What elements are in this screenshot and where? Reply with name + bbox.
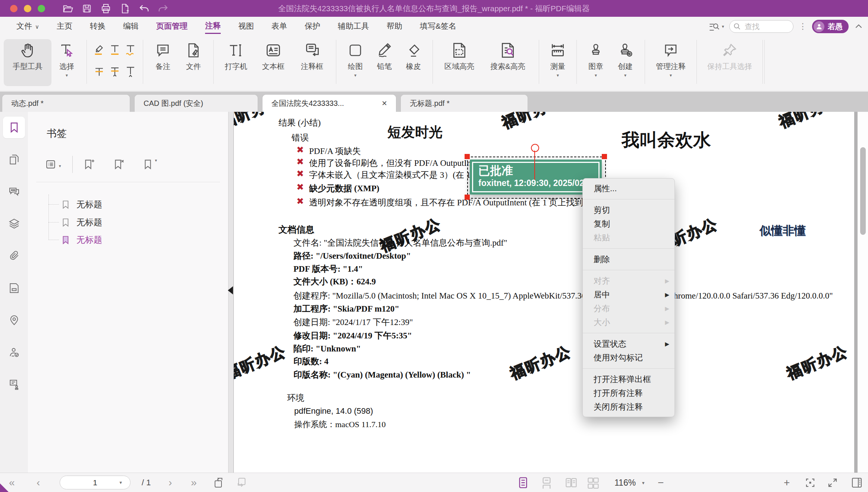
menu-fill-sign[interactable]: 填写&签名 [420, 20, 456, 33]
bookmark-item-1[interactable]: 无标题 [61, 199, 102, 210]
insert-text-icon[interactable] [124, 65, 137, 78]
bookmark-options-icon[interactable]: ▾ [142, 158, 157, 171]
search-box[interactable] [729, 20, 793, 33]
draw-tool-button[interactable]: 绘图 ▾ [341, 39, 370, 86]
resize-handle-bottom-left[interactable] [465, 195, 470, 200]
typewriter-tool-button[interactable]: 打字机 [218, 39, 254, 86]
menu-convert[interactable]: 转换 [90, 20, 106, 33]
menu-page-management[interactable]: 页面管理 [156, 20, 188, 33]
panel-resize-divider[interactable] [228, 112, 234, 473]
menu-help[interactable]: 帮助 [387, 20, 402, 33]
fullscreen-icon[interactable] [827, 477, 838, 488]
area-highlight-tool-button[interactable]: 区域高亮 [437, 39, 481, 86]
last-page-icon[interactable]: » [191, 477, 197, 489]
facing-continuous-view-icon[interactable] [587, 477, 599, 489]
context-menu-open-popup[interactable]: 打开注释弹出框 [583, 372, 674, 386]
search-highlight-tool-button[interactable]: 搜索&高亮 [481, 39, 534, 86]
underline-text-icon[interactable] [108, 44, 121, 56]
pencil-tool-button[interactable]: 铅笔 [370, 39, 399, 86]
save-icon[interactable] [82, 3, 92, 14]
vertical-scrollbar[interactable] [858, 112, 868, 473]
replace-text-icon[interactable] [108, 65, 121, 78]
zoom-in-icon[interactable]: + [784, 477, 790, 489]
tab-active-document[interactable]: 全国法院失4233333...× [262, 94, 396, 112]
fit-page-icon[interactable] [805, 477, 816, 488]
close-window-button[interactable] [10, 5, 18, 12]
context-menu-close-all[interactable]: 关闭所有注释 [583, 400, 674, 414]
highlight-text-icon[interactable] [93, 44, 106, 56]
tab-dongtai[interactable]: 动态.pdf * [2, 94, 130, 112]
textbox-tool-button[interactable]: 文本框 [254, 39, 293, 86]
zoom-window-button[interactable] [38, 5, 45, 12]
next-page-icon[interactable]: › [169, 477, 172, 489]
print-icon[interactable] [100, 3, 111, 14]
rotation-handle[interactable] [531, 144, 539, 152]
signatures-panel-icon[interactable] [8, 347, 20, 359]
vertical-scrollbar-thumb[interactable] [860, 147, 866, 235]
redo-icon[interactable] [158, 3, 169, 14]
add-bookmark-icon[interactable] [82, 158, 95, 171]
resize-handle-top-right[interactable] [602, 154, 607, 159]
advanced-search-icon[interactable]: ▾ [708, 21, 724, 32]
stamps-panel-icon[interactable] [8, 379, 20, 391]
delete-bookmark-icon[interactable] [112, 158, 125, 171]
file-attachment-tool-button[interactable]: 文件 [178, 39, 209, 86]
context-menu-properties[interactable]: 属性... [583, 182, 674, 195]
comments-panel-icon[interactable] [8, 186, 20, 198]
measure-tool-button[interactable]: 测量 ▾ [544, 39, 572, 86]
create-stamp-tool-button[interactable]: 创建 ▾ [610, 39, 640, 86]
page-number-input[interactable]: 1▾ [60, 476, 130, 489]
single-page-view-icon[interactable] [518, 477, 529, 489]
page-thumbnails-icon[interactable] [8, 154, 20, 165]
document-page[interactable]: 福昕办公 福昕办公 福昕办公 福昕办公 福昕办公 福昕办公 福昕办公 福昕办公 … [234, 112, 868, 473]
bookmarks-icon[interactable] [8, 122, 20, 133]
resize-handle-top-left[interactable] [465, 154, 470, 159]
next-view-icon[interactable] [236, 477, 248, 489]
context-menu-open-all[interactable]: 打开所有注释 [583, 386, 674, 400]
chevron-down-icon[interactable]: ▾ [642, 480, 645, 486]
note-tool-button[interactable]: 备注 [148, 39, 178, 86]
menu-file[interactable]: 文件∨ [16, 20, 39, 33]
menu-form[interactable]: 表单 [271, 20, 287, 33]
menu-protect[interactable]: 保护 [305, 20, 320, 33]
new-document-icon[interactable] [120, 3, 130, 14]
context-menu-center[interactable]: 居中▶ [583, 288, 674, 302]
search-input[interactable] [744, 22, 786, 31]
right-panel-icon[interactable] [851, 477, 863, 489]
fields-panel-icon[interactable] [8, 282, 20, 294]
more-options-icon[interactable]: ⋮ [799, 22, 807, 31]
stamp-tool-button[interactable]: 图章 ▾ [581, 39, 610, 86]
destinations-panel-icon[interactable] [8, 314, 20, 326]
eraser-tool-button[interactable]: 橡皮 [399, 39, 428, 86]
menu-edit[interactable]: 编辑 [123, 20, 139, 33]
callout-tool-button[interactable]: 注释框 [293, 39, 331, 86]
context-menu-delete[interactable]: 删除 [583, 252, 674, 266]
first-page-icon[interactable]: « [9, 477, 15, 489]
collapse-panel-icon[interactable] [228, 286, 233, 294]
context-menu-checkmark[interactable]: 使用对勾标记 [583, 351, 674, 365]
hand-tool-button[interactable]: 手型工具 [4, 39, 51, 86]
bookmark-list-menu-icon[interactable]: ▾ [45, 158, 61, 171]
menu-comment[interactable]: 注释 [205, 19, 221, 34]
previous-view-icon[interactable] [213, 477, 224, 489]
collapse-toolbar-icon[interactable] [854, 22, 864, 31]
attachments-panel-icon[interactable] [8, 250, 20, 262]
facing-view-icon[interactable] [565, 477, 577, 489]
zoom-out-icon[interactable]: − [658, 477, 664, 489]
context-menu-set-status[interactable]: 设置状态▶ [583, 337, 674, 351]
continuous-view-icon[interactable] [541, 477, 552, 489]
user-account-button[interactable]: 若愚 [812, 20, 849, 33]
previous-page-icon[interactable]: ‹ [37, 477, 40, 489]
menu-accessibility[interactable]: 辅助工具 [338, 20, 369, 33]
minimize-window-button[interactable] [24, 5, 31, 12]
squiggly-underline-icon[interactable] [124, 44, 137, 56]
tab-cad[interactable]: CAD 图.pdf (安全) [134, 94, 258, 112]
select-tool-button[interactable]: 选择 ▾ [51, 39, 82, 86]
layers-panel-icon[interactable] [8, 218, 20, 230]
undo-icon[interactable] [138, 3, 150, 14]
bookmark-item-2[interactable]: 无标题 [61, 217, 102, 228]
manage-comments-tool-button[interactable]: 管理注释 ▾ [650, 39, 692, 86]
context-menu-cut[interactable]: 剪切 [583, 203, 674, 217]
menu-view[interactable]: 视图 [238, 20, 254, 33]
zoom-level[interactable]: 116% [614, 478, 636, 488]
